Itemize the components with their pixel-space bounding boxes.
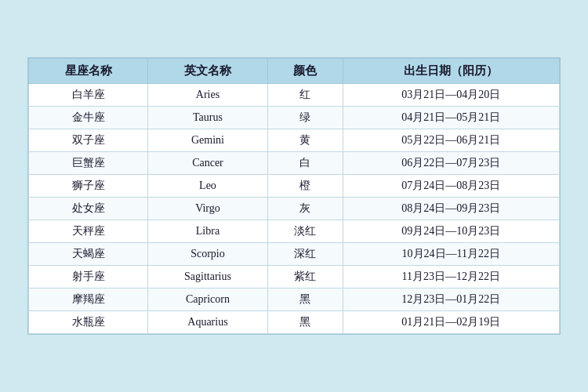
cell-2: 淡红 xyxy=(267,220,343,243)
cell-1: Libra xyxy=(148,220,267,243)
cell-1: Capricorn xyxy=(148,289,267,311)
cell-3: 10月24日—11月22日 xyxy=(343,243,559,266)
cell-2: 白 xyxy=(267,152,343,175)
cell-1: Virgo xyxy=(148,198,267,220)
cell-3: 07月24日—08月23日 xyxy=(343,175,559,198)
cell-0: 处女座 xyxy=(29,198,148,220)
cell-3: 09月24日—10月23日 xyxy=(343,220,559,243)
cell-3: 04月21日—05月21日 xyxy=(343,107,559,129)
cell-2: 红 xyxy=(267,84,343,107)
cell-2: 黑 xyxy=(267,311,343,334)
cell-0: 金牛座 xyxy=(29,107,148,129)
cell-3: 08月24日—09月23日 xyxy=(343,198,559,220)
cell-0: 狮子座 xyxy=(29,175,148,198)
zodiac-table-container: 星座名称 英文名称 颜色 出生日期（阳历） 白羊座Aries红03月21日—04… xyxy=(27,57,561,335)
cell-0: 天蝎座 xyxy=(29,243,148,266)
cell-1: Taurus xyxy=(148,107,267,129)
cell-0: 双子座 xyxy=(29,129,148,152)
table-row: 摩羯座Capricorn黑12月23日—01月22日 xyxy=(29,289,560,311)
cell-0: 射手座 xyxy=(29,266,148,289)
cell-3: 03月21日—04月20日 xyxy=(343,84,559,107)
cell-3: 01月21日—02月19日 xyxy=(343,311,559,334)
cell-1: Sagittarius xyxy=(148,266,267,289)
cell-1: Gemini xyxy=(148,129,267,152)
cell-0: 摩羯座 xyxy=(29,289,148,311)
cell-0: 白羊座 xyxy=(29,84,148,107)
table-row: 天秤座Libra淡红09月24日—10月23日 xyxy=(29,220,560,243)
zodiac-table: 星座名称 英文名称 颜色 出生日期（阳历） 白羊座Aries红03月21日—04… xyxy=(28,58,560,334)
table-row: 巨蟹座Cancer白06月22日—07月23日 xyxy=(29,152,560,175)
cell-2: 黄 xyxy=(267,129,343,152)
cell-1: Aries xyxy=(148,84,267,107)
table-row: 白羊座Aries红03月21日—04月20日 xyxy=(29,84,560,107)
table-header-row: 星座名称 英文名称 颜色 出生日期（阳历） xyxy=(29,59,560,84)
table-row: 双子座Gemini黄05月22日—06月21日 xyxy=(29,129,560,152)
cell-3: 05月22日—06月21日 xyxy=(343,129,559,152)
cell-1: Scorpio xyxy=(148,243,267,266)
cell-0: 巨蟹座 xyxy=(29,152,148,175)
cell-1: Leo xyxy=(148,175,267,198)
table-row: 水瓶座Aquarius黑01月21日—02月19日 xyxy=(29,311,560,334)
cell-0: 水瓶座 xyxy=(29,311,148,334)
table-row: 射手座Sagittarius紫红11月23日—12月22日 xyxy=(29,266,560,289)
table-row: 天蝎座Scorpio深红10月24日—11月22日 xyxy=(29,243,560,266)
cell-2: 紫红 xyxy=(267,266,343,289)
cell-1: Aquarius xyxy=(148,311,267,334)
cell-1: Cancer xyxy=(148,152,267,175)
cell-3: 11月23日—12月22日 xyxy=(343,266,559,289)
table-row: 狮子座Leo橙07月24日—08月23日 xyxy=(29,175,560,198)
cell-3: 12月23日—01月22日 xyxy=(343,289,559,311)
cell-3: 06月22日—07月23日 xyxy=(343,152,559,175)
cell-2: 深红 xyxy=(267,243,343,266)
table-row: 金牛座Taurus绿04月21日—05月21日 xyxy=(29,107,560,129)
cell-2: 灰 xyxy=(267,198,343,220)
table-row: 处女座Virgo灰08月24日—09月23日 xyxy=(29,198,560,220)
header-chinese-name: 星座名称 xyxy=(29,59,148,84)
cell-2: 橙 xyxy=(267,175,343,198)
cell-0: 天秤座 xyxy=(29,220,148,243)
cell-2: 黑 xyxy=(267,289,343,311)
header-dates: 出生日期（阳历） xyxy=(343,59,559,84)
header-english-name: 英文名称 xyxy=(148,59,267,84)
table-body: 白羊座Aries红03月21日—04月20日金牛座Taurus绿04月21日—0… xyxy=(29,84,560,334)
header-color: 颜色 xyxy=(267,59,343,84)
cell-2: 绿 xyxy=(267,107,343,129)
